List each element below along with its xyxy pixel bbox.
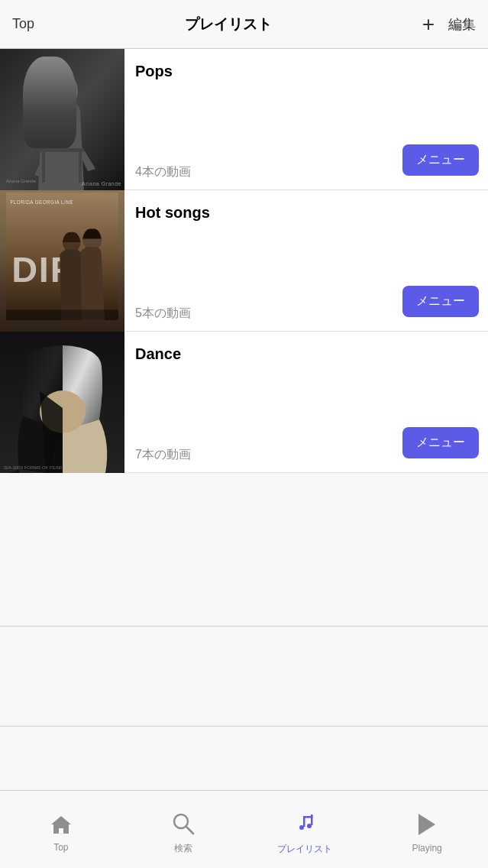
- tab-playlist-label: プレイリスト: [277, 843, 332, 856]
- tab-playing-label: Playing: [412, 843, 441, 853]
- top-nav-button[interactable]: Top: [12, 16, 34, 32]
- nav-title: プレイリスト: [185, 15, 272, 34]
- menu-button-2[interactable]: メニュー: [402, 286, 479, 317]
- nav-right-controls: + 編集: [422, 14, 476, 35]
- playlist-name-3: Dance: [135, 345, 479, 363]
- svg-point-2: [44, 71, 78, 111]
- svg-rect-23: [303, 816, 313, 818]
- tab-playlist[interactable]: プレイリスト: [244, 791, 367, 868]
- playlist-item: Ariana Grande Pops 4本の動画 メニュー: [0, 49, 488, 190]
- edit-button[interactable]: 編集: [448, 15, 476, 34]
- svg-text:SIA-1000 FORMS OF FEAR: SIA-1000 FORMS OF FEAR: [4, 465, 63, 470]
- playlist-name-2: Hot songs: [135, 204, 479, 222]
- home-icon: [50, 814, 73, 839]
- add-playlist-button[interactable]: +: [422, 14, 435, 35]
- svg-line-18: [186, 827, 193, 834]
- playlist-info-3: Dance 7本の動画 メニュー: [124, 332, 488, 472]
- playlist-info-1: Pops 4本の動画 メニュー: [124, 49, 488, 189]
- tab-search[interactable]: 検索: [122, 791, 244, 868]
- navigation-bar: Top プレイリスト + 編集: [0, 0, 488, 49]
- svg-marker-24: [419, 814, 435, 835]
- svg-text:FLORIDA GEORGIA LINE: FLORIDA GEORGIA LINE: [10, 199, 73, 205]
- divider-line-1: [0, 626, 488, 627]
- playlist-list: Ariana Grande Pops 4本の動画 メニュー: [0, 49, 488, 473]
- menu-button-3[interactable]: メニュー: [402, 427, 479, 458]
- tab-search-label: 検索: [174, 842, 192, 855]
- svg-text:Ariana Grande: Ariana Grande: [6, 179, 37, 183]
- search-icon: [172, 812, 195, 839]
- playlist-info-2: Hot songs 5本の動画 メニュー: [124, 190, 488, 331]
- playlist-thumbnail-1: Ariana Grande: [0, 49, 124, 190]
- svg-rect-3: [40, 148, 84, 152]
- tab-top[interactable]: Top: [0, 791, 122, 868]
- svg-rect-12: [6, 309, 118, 320]
- playlist-item-3: SIA-1000 FORMS OF FEAR Dance 7本の動画 メニュー: [0, 332, 488, 473]
- svg-rect-5: [79, 152, 82, 183]
- svg-rect-4: [42, 152, 45, 183]
- tab-playing[interactable]: Playing: [366, 791, 488, 868]
- play-icon: [417, 813, 437, 840]
- playlist-name-1: Pops: [135, 63, 479, 80]
- menu-button-1[interactable]: メニュー: [402, 144, 479, 176]
- tab-top-label: Top: [53, 842, 68, 853]
- playlist-item-2: DIRT FLORIDA GEORGIA LINE Hot songs 5本の動…: [0, 190, 488, 332]
- playlist-thumbnail-2: DIRT FLORIDA GEORGIA LINE: [0, 190, 124, 332]
- music-icon: [293, 811, 316, 840]
- tab-bar: Top 検索 プレイリスト: [0, 790, 488, 868]
- playlist-thumbnail-3: SIA-1000 FORMS OF FEAR: [0, 332, 124, 473]
- divider-line-2: [0, 726, 488, 727]
